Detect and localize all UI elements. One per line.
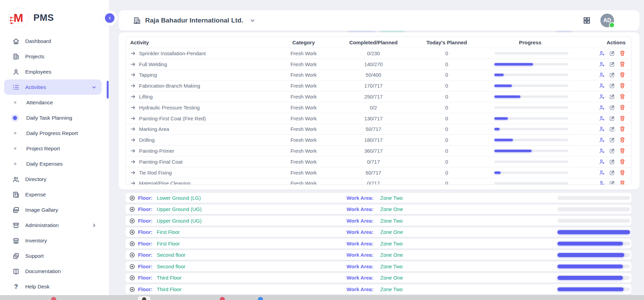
activity-row-fabrication-branch-making[interactable]: Fabrication-Branch MakingFresh Work170/7… [126,80,631,91]
delete-icon[interactable] [619,82,626,89]
assign-user-icon[interactable] [599,180,605,185]
sidebar-item-administration[interactable]: Administration [4,217,102,233]
edit-icon[interactable] [609,126,615,132]
delete-icon[interactable] [619,104,626,111]
activity-row-hydraulic-pressure-testing[interactable]: Hydraulic Pressure TestingFresh Work0/20 [126,102,631,113]
sidebar-item-inventory[interactable]: Inventory [4,233,102,248]
activity-row-sprinkler-installation-pendant[interactable]: Sprinkler Installation-PendantFresh Work… [126,48,631,59]
activity-row-drilling[interactable]: DrillingFresh Work180/7170 [126,134,631,145]
activity-row-full-welding[interactable]: Full WeldingFresh Work140/2700 [126,59,631,70]
assign-user-icon[interactable] [599,115,605,122]
sidebar-item-activities[interactable]: Activities [4,79,102,95]
sidebar-item-employees[interactable]: Employees [4,64,102,79]
floor-row-upper-ground-ug-zone-two[interactable]: Floor:Upper Ground (UG)Work Area:Zone Tw… [125,216,631,226]
floor-row-upper-ground-ug-zone-one[interactable]: Floor:Upper Ground (UG)Work Area:Zone On… [125,205,631,214]
edit-icon[interactable] [609,159,615,165]
edit-icon[interactable] [609,115,615,122]
delete-icon[interactable] [619,159,626,165]
expand-plus-icon[interactable] [129,264,135,270]
floor-row-third-floor-zone-one[interactable]: Floor:Third FloorWork Area:Zone One [125,273,631,283]
expand-plus-icon[interactable] [129,195,135,201]
floor-row-lower-ground-lg-zone-two[interactable]: Floor:Lower Ground (LG)Work Area:Zone Tw… [125,193,631,203]
company-selector[interactable]: Raja Bahadur International Ltd. [133,16,256,25]
delete-icon[interactable] [619,115,626,122]
assign-user-icon[interactable] [599,169,605,176]
assign-user-icon[interactable] [599,61,605,68]
assign-user-icon[interactable] [599,93,605,100]
assign-user-icon[interactable] [599,82,605,89]
assign-user-icon[interactable] [599,104,605,111]
delete-icon[interactable] [619,180,626,185]
expand-plus-icon[interactable] [129,229,135,235]
edit-icon[interactable] [609,82,615,89]
expand-plus-icon[interactable] [129,218,135,224]
edit-icon[interactable] [609,61,615,68]
edit-icon[interactable] [609,148,615,154]
activity-row-lifting[interactable]: LiftingFresh Work250/7170 [126,91,631,102]
activity-row-material-pipe-cleaning[interactable]: Material/Pipe CleaningFresh Work0/7170 [126,178,631,185]
expand-plus-icon[interactable] [129,275,135,281]
sidebar-subitem-daily-task-planning[interactable]: Daily Task Planning [0,110,109,125]
sidebar-item-directory[interactable]: Directory [4,171,102,187]
floor-row-first-floor-zone-one[interactable]: Floor:First FloorWork Area:Zone One [125,227,631,237]
edit-icon[interactable] [609,50,615,57]
activity-row-painting-first-coat-fire-red[interactable]: Painting-First Coat (Fire Red)Fresh Work… [126,113,631,124]
work-area-label: Work Area: [347,275,373,281]
floor-row-third-floor-zone-two[interactable]: Floor:Third FloorWork Area:Zone Two [125,284,631,294]
sidebar-item-projects[interactable]: Projects [4,49,102,64]
assign-user-icon[interactable] [599,126,605,132]
edit-icon[interactable] [609,169,615,176]
edit-icon[interactable] [609,180,615,185]
assign-user-icon[interactable] [599,148,605,154]
delete-icon[interactable] [619,61,626,68]
sidebar-item-expense[interactable]: Expense [4,187,102,202]
sidebar-item-dashboard[interactable]: Dashboard [4,33,102,49]
activity-row-painting-final-coat[interactable]: Painting-Final CoatFresh Work0/7170 [126,156,631,167]
sidebar-item-image-gallary[interactable]: Image Gallary [4,202,102,217]
delete-icon[interactable] [619,137,626,143]
taskbar-app-icon[interactable] [51,297,56,300]
assign-user-icon[interactable] [599,50,605,57]
expand-plus-icon[interactable] [129,206,135,212]
delete-icon[interactable] [619,126,626,132]
assign-user-icon[interactable] [599,159,605,165]
edit-icon[interactable] [609,93,615,100]
work-area-value: Zone One [380,252,403,258]
floor-row-first-floor-zone-two[interactable]: Floor:First FloorWork Area:Zone Two [125,239,631,249]
delete-icon[interactable] [619,50,626,57]
apps-grid-icon[interactable] [583,16,591,25]
expand-plus-icon[interactable] [129,286,135,292]
edit-icon[interactable] [609,137,615,143]
activity-row-painting-primer[interactable]: Painting-PrimerFresh Work360/7170 [126,145,631,156]
activity-row-tie-rod-fixing[interactable]: Tie Rod FixingFresh Work60/7170 [126,167,631,178]
taskbar-app-icon[interactable] [138,296,150,300]
taskbar-app-icon[interactable] [220,297,225,300]
edit-icon[interactable] [609,104,615,111]
sidebar-subitem-project-report[interactable]: Project Report [0,141,109,156]
work-area-label: Work Area: [347,286,373,292]
sidebar-collapse-button[interactable] [105,13,114,23]
delete-icon[interactable] [619,148,626,154]
sidebar-subitem-daily-expenses[interactable]: Daily Expenses [0,156,109,171]
sidebar-scrollbar-thumb[interactable] [107,81,109,99]
floor-row-second-floor-zone-two[interactable]: Floor:Second floorWork Area:Zone Two [125,261,631,271]
activity-row-marking-area[interactable]: Marking AreaFresh Work50/7170 [126,124,631,135]
work-area-label: Work Area: [347,218,373,224]
edit-icon[interactable] [609,72,615,78]
sidebar-item-support[interactable]: Support [4,248,102,264]
activity-row-tapping[interactable]: TappingFresh Work50/4000 [126,70,631,80]
user-avatar[interactable]: AD [600,14,614,27]
sidebar-subitem-attendance[interactable]: Attendance [0,95,109,110]
sidebar-subitem-daily-progress-report[interactable]: Daily Progress Report [0,125,109,141]
sidebar-item-documentation[interactable]: Documentation [4,264,102,279]
assign-user-icon[interactable] [599,72,605,78]
taskbar-app-icon[interactable] [258,297,263,300]
expand-plus-icon[interactable] [129,241,135,247]
delete-icon[interactable] [619,93,626,100]
delete-icon[interactable] [619,169,626,176]
floor-row-second-floor-zone-one[interactable]: Floor:Second floorWork Area:Zone One [125,250,631,260]
delete-icon[interactable] [619,72,626,78]
expand-plus-icon[interactable] [129,252,135,258]
sidebar-item-help-desk[interactable]: ?Help Desk [4,279,102,294]
assign-user-icon[interactable] [599,137,605,143]
